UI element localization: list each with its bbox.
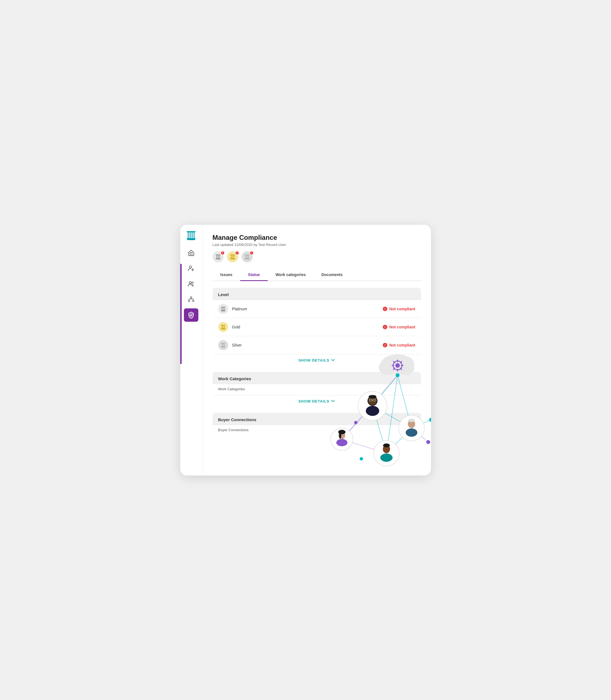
tab-statue[interactable]: Statue [240, 269, 268, 281]
chevron-down-icon [331, 399, 335, 403]
svg-point-11 [192, 281, 193, 283]
svg-rect-0 [187, 238, 196, 239]
svg-rect-38 [222, 307, 222, 310]
gold-alert-dot: ! [235, 251, 239, 255]
level-section-header: Level [212, 288, 421, 300]
svg-rect-16 [216, 259, 220, 259]
sidebar-item-compliance[interactable] [184, 308, 198, 322]
svg-rect-32 [246, 255, 247, 258]
sidebar-nav [180, 246, 202, 322]
svg-rect-27 [234, 255, 234, 258]
error-icon: ! [383, 306, 388, 311]
svg-point-14 [193, 300, 194, 301]
svg-rect-55 [221, 347, 225, 348]
svg-rect-59 [224, 344, 225, 347]
svg-rect-5 [194, 232, 194, 238]
svg-point-10 [189, 281, 191, 284]
svg-rect-45 [221, 329, 225, 329]
tab-documents[interactable]: Documents [314, 269, 351, 281]
svg-point-13 [188, 300, 190, 301]
svg-rect-29 [244, 258, 249, 259]
work-categories-sublabel: Work Categories [212, 384, 421, 395]
page-title: Manage Compliance [212, 234, 421, 242]
work-categories-show-details-button[interactable]: SHOW DETAILS [212, 395, 421, 407]
last-updated-text: Last updated 12/06/2020 by Test Recent U… [212, 243, 421, 247]
svg-text:!: ! [385, 325, 386, 329]
silver-status: ! Not compliant [383, 343, 415, 348]
level-show-details-button[interactable]: SHOW DETAILS [212, 354, 421, 366]
error-icon: ! [383, 343, 388, 348]
svg-rect-6 [187, 231, 196, 232]
svg-rect-23 [230, 259, 235, 259]
table-row: Gold ! Not compliant [212, 318, 421, 336]
buyer-connections-sublabel: Buyer Connections [212, 425, 421, 436]
platinum-level-icon [218, 304, 228, 314]
badge-row: ! ! [212, 251, 421, 263]
table-row: Silver ! Not compliant [212, 336, 421, 354]
level-section: Level Platinu [212, 288, 421, 366]
gold-badge[interactable]: ! [227, 251, 239, 263]
platinum-alert-dot: ! [220, 251, 225, 255]
svg-rect-42 [221, 307, 225, 307]
svg-rect-18 [217, 255, 218, 258]
sidebar-item-org-chart[interactable] [184, 293, 198, 306]
main-content: Manage Compliance Last updated 12/06/202… [203, 225, 431, 475]
svg-rect-15 [215, 258, 220, 259]
tab-work-categories[interactable]: Work categories [268, 269, 314, 281]
sidebar-item-users[interactable] [184, 277, 198, 290]
sidebar-item-add-user[interactable] [184, 261, 198, 275]
svg-rect-54 [221, 347, 225, 347]
svg-rect-47 [222, 325, 222, 329]
svg-rect-33 [248, 255, 248, 258]
platinum-row-left: Platinum [218, 304, 247, 314]
svg-rect-2 [188, 232, 189, 238]
svg-rect-36 [221, 310, 225, 311]
gold-level-icon [218, 322, 228, 332]
silver-row-left: Silver [218, 340, 242, 350]
svg-rect-34 [248, 255, 249, 258]
svg-rect-41 [224, 307, 225, 310]
svg-rect-56 [222, 344, 222, 347]
svg-rect-30 [245, 259, 249, 259]
platinum-label: Platinum [232, 307, 247, 311]
buyer-connections-header: Buyer Connections [212, 413, 421, 425]
tab-issues[interactable]: Issues [212, 269, 240, 281]
gold-label: Gold [232, 325, 240, 329]
svg-rect-39 [222, 307, 223, 310]
tabs: Issues Statue Work categories Documents [212, 269, 421, 281]
silver-badge[interactable]: ! [241, 251, 254, 263]
svg-rect-1 [187, 239, 195, 240]
svg-rect-25 [232, 255, 232, 258]
svg-rect-22 [230, 258, 235, 259]
svg-rect-40 [223, 307, 224, 310]
gold-row-left: Gold [218, 322, 240, 332]
svg-rect-51 [221, 325, 225, 325]
svg-rect-57 [222, 344, 223, 347]
svg-rect-35 [244, 254, 249, 255]
platinum-badge[interactable]: ! [212, 251, 225, 263]
error-icon: ! [383, 324, 388, 330]
svg-rect-49 [223, 325, 224, 329]
svg-rect-17 [216, 255, 217, 258]
svg-text:!: ! [385, 307, 386, 310]
app-logo[interactable] [185, 229, 197, 242]
work-categories-section: Work Categories Work Categories SHOW DET… [212, 372, 421, 407]
svg-rect-3 [190, 232, 191, 238]
svg-rect-46 [221, 329, 225, 330]
gold-status: ! Not compliant [383, 324, 415, 330]
sidebar-item-home[interactable] [184, 246, 198, 259]
work-categories-header: Work Categories [212, 372, 421, 384]
svg-rect-24 [231, 255, 231, 258]
svg-rect-20 [219, 255, 220, 258]
svg-rect-28 [230, 254, 235, 255]
svg-rect-37 [221, 311, 225, 311]
svg-rect-21 [215, 254, 220, 255]
silver-alert-dot: ! [249, 251, 254, 255]
silver-level-icon [218, 340, 228, 350]
sidebar-active-indicator [180, 264, 182, 364]
table-row: Platinum ! Not compliant [212, 300, 421, 318]
svg-rect-4 [192, 232, 193, 238]
sidebar [180, 225, 203, 475]
platinum-status: ! Not compliant [383, 306, 415, 311]
svg-rect-50 [224, 325, 225, 329]
